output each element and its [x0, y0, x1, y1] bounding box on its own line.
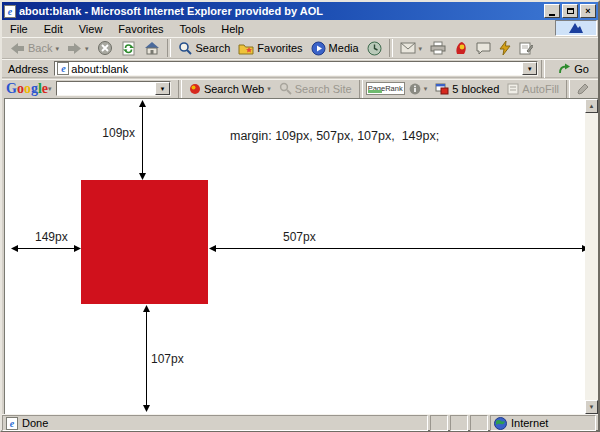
go-arrow-icon [558, 63, 571, 75]
scroll-up-button[interactable]: ▲ [585, 99, 598, 113]
status-text: Done [22, 417, 48, 429]
menu-favorites[interactable]: Favorites [110, 21, 171, 37]
google-logo-dropdown-icon[interactable]: ▾ [48, 85, 52, 92]
status-pane [450, 415, 468, 431]
standard-toolbar: Back ▾ ▾ [2, 37, 598, 59]
go-button[interactable]: Go [552, 62, 595, 76]
google-search-dropdown-button[interactable]: ▾ [155, 82, 170, 95]
security-zone-pane: Internet [490, 415, 596, 431]
back-icon [10, 42, 25, 55]
menu-file[interactable]: File [2, 21, 36, 37]
menu-tools[interactable]: Tools [172, 21, 214, 37]
back-button[interactable]: Back ▾ [6, 41, 63, 56]
top-margin-arrow [138, 100, 147, 180]
forward-button[interactable]: ▾ [63, 41, 93, 56]
minimize-icon [549, 14, 555, 16]
refresh-icon [121, 41, 136, 56]
google-logo-letter: g [31, 81, 38, 96]
toolbar-separator [178, 80, 182, 98]
edit-page-icon [519, 41, 533, 55]
address-label: Address [8, 63, 48, 75]
toolbar-separator [566, 80, 570, 98]
restore-button[interactable] [562, 4, 578, 18]
mail-icon [400, 42, 416, 54]
address-dropdown-button[interactable]: ▾ [522, 62, 537, 75]
menu-help[interactable]: Help [213, 21, 252, 37]
google-logo[interactable]: Google [6, 81, 48, 97]
bottom-margin-label: 107px [151, 352, 184, 366]
zone-label: Internet [511, 417, 548, 429]
print-button[interactable] [426, 40, 450, 56]
google-search-input[interactable] [57, 82, 155, 96]
media-button[interactable]: Media [307, 40, 363, 57]
back-dropdown-icon[interactable]: ▾ [55, 45, 59, 52]
aim-button[interactable] [450, 40, 472, 56]
left-margin-arrow [11, 244, 81, 253]
menu-edit[interactable]: Edit [36, 21, 71, 37]
left-margin-label: 149px [35, 230, 68, 244]
search-web-button[interactable]: Search Web ▾ [185, 83, 275, 95]
mail-button[interactable]: ▾ [396, 41, 427, 55]
search-site-button[interactable]: Search Site [275, 82, 356, 95]
search-web-dropdown-icon[interactable]: ▾ [267, 85, 271, 92]
messenger-button[interactable] [495, 40, 515, 56]
pagerank-indicator[interactable]: PageRank [366, 82, 405, 95]
favorites-button[interactable]: Favorites [234, 41, 306, 56]
search-button[interactable]: Search [174, 40, 235, 57]
favorites-icon [238, 42, 254, 55]
aol-logo-icon [567, 22, 585, 34]
google-search-wrap: ▾ [56, 81, 171, 96]
bottom-margin-arrow [142, 305, 151, 412]
ie-page-icon: e [4, 5, 16, 18]
discuss-button[interactable] [472, 41, 495, 56]
toolbar-separator [389, 39, 393, 57]
forward-dropdown-icon[interactable]: ▾ [85, 45, 89, 52]
go-label: Go [574, 63, 589, 75]
window-title: about:blank - Microsoft Internet Explore… [19, 5, 542, 17]
right-margin-arrow [209, 244, 589, 253]
aim-icon [454, 41, 468, 55]
autofill-icon [507, 83, 519, 95]
ie-page-icon: e [57, 62, 69, 75]
google-logo-letter: o [24, 81, 31, 96]
forward-icon [67, 42, 82, 55]
refresh-button[interactable] [117, 40, 140, 57]
menu-bar: File Edit View Favorites Tools Help [2, 20, 598, 38]
history-button[interactable] [363, 40, 386, 57]
address-bar: Address e ▾ Go [2, 59, 598, 78]
autofill-button[interactable]: AutoFill [503, 83, 563, 95]
google-logo-letter: G [6, 81, 17, 96]
minimize-button[interactable] [544, 4, 560, 18]
page-info-button[interactable]: ▾ [405, 83, 432, 95]
status-pane [470, 415, 488, 431]
close-button[interactable]: × [580, 4, 596, 18]
edit-button[interactable] [515, 40, 537, 56]
mail-dropdown-icon[interactable]: ▾ [419, 45, 423, 52]
address-input-wrap: e ▾ [54, 61, 538, 76]
restore-icon [567, 8, 574, 14]
print-icon [430, 41, 446, 55]
info-icon [409, 83, 421, 95]
title-bar: e about:blank - Microsoft Internet Explo… [2, 2, 598, 20]
vertical-scrollbar[interactable]: ▲ ▼ [585, 99, 598, 414]
aol-logo [555, 20, 597, 36]
favorites-label: Favorites [257, 42, 302, 54]
history-icon [367, 41, 382, 56]
stop-button[interactable] [93, 39, 117, 57]
home-button[interactable] [140, 40, 164, 56]
browser-window: e about:blank - Microsoft Internet Explo… [0, 0, 600, 432]
right-margin-label: 507px [283, 230, 316, 244]
menu-view[interactable]: View [71, 21, 111, 37]
highlight-button[interactable] [573, 83, 594, 95]
lightning-icon [499, 41, 511, 55]
status-bar: e Done Internet [2, 414, 598, 431]
highlighter-icon [577, 83, 590, 95]
toolbar-separator [541, 60, 545, 78]
scroll-down-button[interactable]: ▼ [585, 400, 598, 414]
top-margin-label: 109px [78, 126, 135, 140]
ie-page-icon: e [6, 417, 18, 430]
popup-blocker-button[interactable]: 5 blocked [431, 83, 503, 95]
address-input[interactable] [69, 63, 522, 75]
page-info-dropdown-icon[interactable]: ▾ [424, 85, 428, 92]
search-label: Search [196, 42, 231, 54]
